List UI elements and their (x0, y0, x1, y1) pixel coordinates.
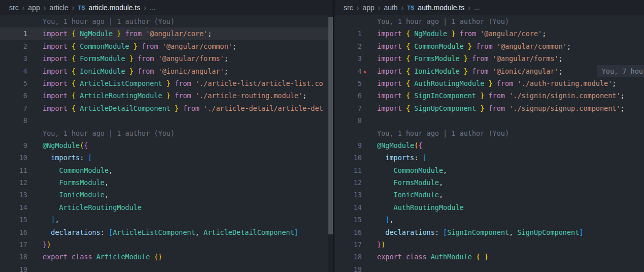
chevron-right-icon: › (378, 4, 381, 12)
breadcrumb-item-src[interactable]: src (344, 4, 353, 12)
code-line[interactable]: 4▶import { IonicModule } from '@ionic/an… (334, 65, 644, 77)
line-number[interactable]: 14 (0, 201, 27, 214)
code-line[interactable]: 1import { NgModule } from '@angular/core… (334, 27, 644, 40)
line-number[interactable]: 11 (0, 164, 27, 176)
line-number[interactable]: 2 (0, 40, 27, 52)
breadcrumb-item-article[interactable]: article (49, 4, 68, 12)
code-line[interactable]: 3import { FormsModule } from '@angular/f… (334, 52, 644, 65)
code-line[interactable]: 19 (334, 263, 644, 272)
code-line[interactable]: 9@NgModule({ (334, 139, 644, 152)
code-line[interactable]: 5import { ArticleListComponent } from '.… (0, 77, 333, 89)
code-line[interactable]: 14 AuthRoutingModule (334, 201, 644, 214)
breadcrumb-file-name[interactable]: auth.module.ts (418, 4, 464, 12)
code-line[interactable]: 3import { FormsModule } from '@angular/f… (0, 52, 333, 65)
line-number[interactable]: 5 (334, 77, 362, 89)
typescript-file-icon: TS (407, 5, 414, 11)
code-line[interactable]: 18export class ArticleModule {} (0, 251, 333, 263)
line-number[interactable]: 17 (0, 238, 27, 251)
code-line[interactable]: 9@NgModule({ (0, 139, 333, 152)
line-number[interactable]: 4 (0, 65, 27, 77)
line-number[interactable]: 5 (0, 77, 27, 89)
line-number[interactable]: 13 (0, 189, 27, 201)
line-number[interactable]: 8 (0, 114, 27, 127)
line-number[interactable]: 1 (334, 27, 362, 40)
line-number[interactable]: 1 (0, 27, 27, 40)
code-line[interactable]: 4import { IonicModule } from '@ionic/ang… (0, 65, 333, 77)
line-number[interactable]: 10 (0, 152, 27, 164)
line-number[interactable]: 6 (334, 89, 362, 102)
line-number[interactable]: 16 (0, 226, 27, 238)
breadcrumb-item-app[interactable]: app (362, 4, 374, 12)
inline-blame-annotation: You, 7 hou (597, 65, 644, 77)
code-line[interactable]: 15 ], (334, 214, 644, 226)
breadcrumb: src › app › article › TS article.module.… (0, 0, 333, 15)
chevron-right-icon: › (468, 4, 470, 12)
line-number[interactable]: 19 (334, 263, 362, 272)
code-line[interactable]: 13 IonicModule, (334, 189, 644, 201)
code-line[interactable]: 12 FormsModule, (334, 176, 644, 189)
code-line[interactable]: 6import { SignInComponent } from './sign… (334, 89, 644, 102)
line-number[interactable]: 3 (0, 52, 27, 65)
code-line[interactable]: 7import { SignUpComponent } from './sign… (334, 102, 644, 114)
code-line[interactable]: 10 imports: [ (334, 152, 644, 164)
line-number[interactable]: 12 (0, 176, 27, 189)
breadcrumb-item-app[interactable]: app (28, 4, 40, 12)
scrollbar-thumb[interactable] (328, 17, 333, 234)
line-number[interactable]: 7 (334, 102, 362, 114)
code-line[interactable]: 8 (0, 114, 333, 127)
line-number[interactable]: 18 (0, 251, 27, 263)
line-number[interactable]: 2 (334, 40, 362, 52)
chevron-right-icon: › (44, 4, 46, 12)
code-line[interactable]: 7import { ArticleDetailComponent } from … (0, 102, 333, 114)
breadcrumb-item-auth[interactable]: auth (384, 4, 397, 12)
editor-split: src › app › article › TS article.module.… (0, 0, 644, 272)
breadcrumb-overflow[interactable]: ... (474, 4, 480, 12)
code-line[interactable]: 16 declarations: [ArticleListComponent, … (0, 226, 333, 238)
code-line[interactable]: 15 ], (0, 214, 333, 226)
code-line[interactable]: 11 CommonModule, (334, 164, 644, 176)
chevron-right-icon: › (22, 4, 25, 12)
code-line[interactable]: 10 imports: [ (0, 152, 333, 164)
code-line[interactable]: 17}) (0, 238, 333, 251)
line-number[interactable]: 4 (334, 65, 362, 77)
line-number[interactable]: 16 (334, 226, 362, 238)
line-number[interactable]: 19 (0, 263, 27, 272)
breadcrumb-file-name[interactable]: article.module.ts (88, 4, 140, 12)
line-number[interactable]: 15 (0, 214, 27, 226)
typescript-file-icon: TS (78, 5, 85, 11)
code-line[interactable]: 11 CommonModule, (0, 164, 333, 176)
line-number[interactable]: 11 (334, 164, 362, 176)
line-number[interactable]: 7 (0, 102, 27, 114)
code-line[interactable]: 13 IonicModule, (0, 189, 333, 201)
line-number[interactable]: 12 (334, 176, 362, 189)
breadcrumb-overflow[interactable]: ... (150, 4, 156, 12)
line-number[interactable]: 6 (0, 89, 27, 102)
breadcrumb: src › app › auth › TS auth.module.ts › .… (334, 0, 644, 15)
line-number[interactable]: 10 (334, 152, 362, 164)
code-line[interactable]: 8 (334, 114, 644, 127)
gitlens-blame-annotation: You, 1 hour ago | 1 author (You) (0, 15, 333, 27)
line-number[interactable]: 18 (334, 251, 362, 263)
scrollbar[interactable] (328, 15, 333, 272)
code-line[interactable]: 2import { CommonModule } from '@angular/… (0, 40, 333, 52)
code-line[interactable]: 18export class AuthModule { } (334, 251, 644, 263)
line-number[interactable]: 17 (334, 238, 362, 251)
breadcrumb-item-src[interactable]: src (9, 4, 19, 12)
line-number[interactable]: 8 (334, 114, 362, 127)
code-line[interactable]: 5import { AuthRoutingModule } from './au… (334, 77, 644, 89)
line-number[interactable]: 14 (334, 201, 362, 214)
line-number[interactable]: 9 (0, 139, 27, 152)
gutter-change-marker-icon: ▶ (364, 66, 366, 78)
line-number[interactable]: 3 (334, 52, 362, 65)
code-line[interactable]: 1import { NgModule } from '@angular/core… (0, 27, 333, 40)
code-line[interactable]: 14 ArticleRoutingModule (0, 201, 333, 214)
code-line[interactable]: 2import { CommonModule } from '@angular/… (334, 40, 644, 52)
code-line[interactable]: 19 (0, 263, 333, 272)
code-line[interactable]: 6import { ArticleRoutingModule } from '.… (0, 89, 333, 102)
code-line[interactable]: 16 declarations: [SignInComponent, SignU… (334, 226, 644, 238)
line-number[interactable]: 13 (334, 189, 362, 201)
code-line[interactable]: 17}) (334, 238, 644, 251)
line-number[interactable]: 15 (334, 214, 362, 226)
line-number[interactable]: 9 (334, 139, 362, 152)
code-line[interactable]: 12 FormsModule, (0, 176, 333, 189)
